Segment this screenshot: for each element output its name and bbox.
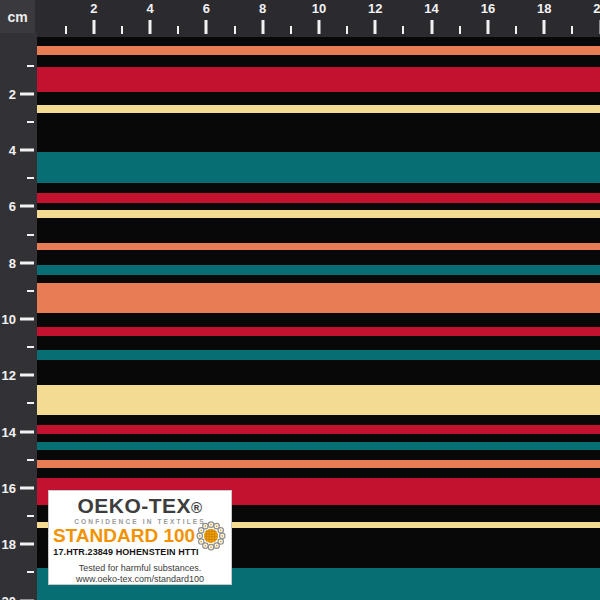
fabric-stripe-black (37, 468, 600, 478)
fabric-stripe-black (37, 434, 600, 442)
fabric-stripe-black (37, 218, 600, 243)
fabric-stripe-salmon (37, 46, 600, 55)
ruler-left-number: 8 (9, 256, 16, 269)
fabric-stripe-black (37, 313, 600, 327)
fabric-stripe-red (37, 425, 600, 434)
fabric-stripe-black (37, 415, 600, 425)
fabric-stripe-black (37, 336, 600, 350)
ruler-left-major-tick (20, 430, 34, 433)
ruler-top-major-tick (543, 20, 546, 34)
fabric-stripe-black (37, 275, 600, 283)
ruler-top-minor-tick (459, 26, 461, 34)
ruler-left-number: 18 (2, 538, 16, 551)
registered-trademark-symbol: ® (191, 499, 203, 516)
fabric-stripe-salmon (37, 243, 600, 250)
fabric-stripe-black (37, 92, 600, 105)
ruler-left-minor-tick (27, 290, 34, 292)
ruler-left-number: 12 (2, 369, 16, 382)
ruler-top-number: 14 (424, 2, 438, 15)
ruler-horizontal: 2468101214161820 (0, 0, 600, 37)
fabric-stripe-teal (37, 152, 600, 183)
ruler-left-major-tick (20, 543, 34, 546)
ruler-left-minor-tick (27, 346, 34, 348)
ruler-left-number: 10 (2, 313, 16, 326)
ruler-left-minor-tick (27, 65, 34, 67)
fabric-stripe-black (37, 183, 600, 193)
ruler-top-major-tick (92, 20, 95, 34)
fabric-stripe-salmon (37, 283, 600, 313)
ruler-top-major-tick (486, 20, 489, 34)
ruler-left-minor-tick (27, 121, 34, 123)
ruler-left-number: 6 (9, 200, 16, 213)
fabric-stripe-cream (37, 210, 600, 218)
ruler-top-major-tick (149, 20, 152, 34)
oeko-tex-flower-icon (193, 516, 229, 554)
ruler-top-minor-tick (571, 26, 573, 34)
ruler-top-number: 6 (203, 2, 210, 15)
ruler-left-minor-tick (27, 571, 34, 573)
ruler-top-number: 16 (481, 2, 495, 15)
brand-text: OEKO-TEX (77, 494, 191, 517)
ruler-top-minor-tick (290, 26, 292, 34)
ruler-left-number: 4 (9, 144, 16, 157)
fabric-stripe-black (37, 203, 600, 210)
ruler-top-minor-tick (121, 26, 123, 34)
fabric-swatch-measurement-image: { "ruler": { "unit_label": "cm", "backgr… (0, 0, 600, 600)
fabric-stripe-black (37, 37, 600, 46)
ruler-top-minor-tick (515, 26, 517, 34)
ruler-top-minor-tick (65, 26, 67, 34)
ruler-left-minor-tick (27, 515, 34, 517)
ruler-top-major-tick (261, 20, 264, 34)
ruler-left-major-tick (20, 261, 34, 264)
oeko-tex-certification-label: OEKO-TEX® CONFIDENCE IN TEXTILES STANDAR… (48, 490, 232, 585)
ruler-top-minor-tick (402, 26, 404, 34)
fabric-stripe-teal (37, 350, 600, 360)
fabric-stripe-black (37, 450, 600, 460)
ruler-left-minor-tick (27, 177, 34, 179)
fabric-stripe-teal (37, 265, 600, 275)
unit-label-text: cm (7, 9, 27, 25)
fabric-stripe-cream (37, 385, 600, 415)
ruler-top-number: 20 (593, 2, 600, 15)
ruler-vertical: 2468101214161820 (0, 33, 37, 600)
ruler-top-number: 8 (259, 2, 266, 15)
ruler-top-minor-tick (234, 26, 236, 34)
ruler-top-number: 2 (90, 2, 97, 15)
fabric-stripe-black (37, 113, 600, 152)
fabric-stripe-salmon (37, 460, 600, 468)
tested-note: Tested for harmful substances. (49, 563, 231, 573)
ruler-left-number: 20 (2, 594, 16, 600)
oeko-tex-brand: OEKO-TEX® (49, 495, 231, 516)
ruler-top-minor-tick (346, 26, 348, 34)
fabric-stripe-black (37, 360, 600, 385)
ruler-top-major-tick (430, 20, 433, 34)
fabric-stripe-red (37, 193, 600, 203)
ruler-top-number: 12 (368, 2, 382, 15)
fabric-stripe-teal (37, 442, 600, 450)
ruler-left-minor-tick (27, 402, 34, 404)
ruler-left-major-tick (20, 92, 34, 95)
fabric-stripe-cream (37, 105, 600, 113)
ruler-left-number: 14 (2, 425, 16, 438)
ruler-top-number: 10 (312, 2, 326, 15)
ruler-left-number: 2 (9, 87, 16, 100)
ruler-left-major-tick (20, 374, 34, 377)
ruler-top-major-tick (374, 20, 377, 34)
ruler-left-number: 16 (2, 481, 16, 494)
ruler-left-minor-tick (27, 234, 34, 236)
oeko-tex-website: www.oeko-tex.com/standard100 (49, 574, 231, 584)
ruler-left-major-tick (20, 149, 34, 152)
fabric-stripe-red (37, 67, 600, 92)
ruler-top-major-tick (318, 20, 321, 34)
ruler-left-minor-tick (27, 459, 34, 461)
ruler-unit-label: cm (0, 0, 35, 33)
ruler-top-major-tick (205, 20, 208, 34)
fabric-stripe-black (37, 250, 600, 265)
ruler-top-minor-tick (177, 26, 179, 34)
fabric-stripe-red (37, 327, 600, 336)
ruler-left-major-tick (20, 318, 34, 321)
ruler-left-major-tick (20, 205, 34, 208)
ruler-top-number: 18 (537, 2, 551, 15)
fabric-stripe-black (37, 55, 600, 67)
ruler-top-number: 4 (146, 2, 153, 15)
